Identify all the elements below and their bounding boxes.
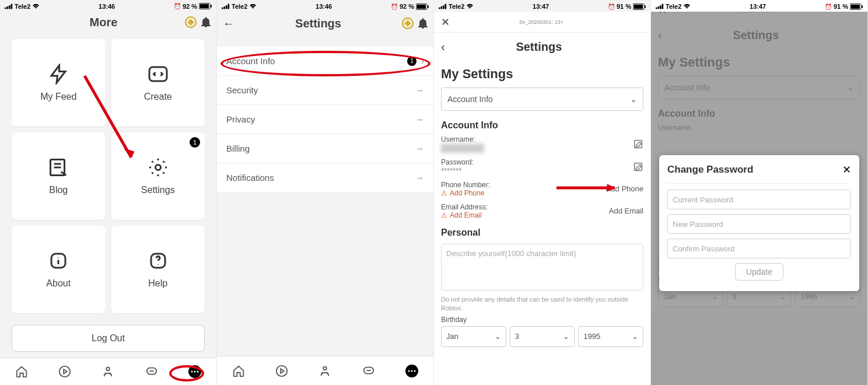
birthday-day[interactable]: 3⌄ <box>510 326 575 347</box>
log-out-button[interactable]: Log Out <box>12 325 205 352</box>
status-bar: Tele2 13:47 ⏰91 % <box>434 0 650 12</box>
chat-icon[interactable] <box>362 365 375 377</box>
row-notifications[interactable]: Notifications→ <box>217 163 433 192</box>
svg-rect-29 <box>228 4 230 9</box>
home-icon[interactable] <box>232 365 245 377</box>
carrier-label: Tele2 <box>232 3 247 10</box>
tile-settings[interactable]: 1 Settings <box>111 132 205 220</box>
row-security[interactable]: Security→ <box>217 76 433 105</box>
bolt-icon <box>48 64 69 85</box>
tab-bar <box>217 356 433 385</box>
birthday-year[interactable]: 1995⌄ <box>578 326 643 347</box>
sub-header: ‹ Settings <box>434 33 650 61</box>
back-button[interactable]: ← <box>223 17 235 30</box>
tile-help[interactable]: Help <box>111 226 205 313</box>
chevron-right-icon: → <box>415 144 424 153</box>
confirm-password-input[interactable]: Confirm Password <box>667 239 851 258</box>
add-email-action[interactable]: Add Email <box>609 206 643 215</box>
back-button[interactable]: ‹ <box>441 40 445 54</box>
field-label: Password: <box>441 158 643 166</box>
home-icon[interactable] <box>15 365 28 378</box>
status-bar: Tele2 13:46 ⏰92 % <box>217 0 433 12</box>
tile-label: Help <box>148 278 167 289</box>
more-tab-icon[interactable] <box>405 365 418 377</box>
svg-rect-53 <box>660 5 662 9</box>
edit-icon[interactable] <box>633 139 643 149</box>
password-value: ******* <box>441 166 643 175</box>
section-heading: Personal <box>434 224 650 242</box>
svg-point-38 <box>411 370 412 372</box>
svg-rect-43 <box>445 4 447 9</box>
bell-icon[interactable] <box>418 18 428 29</box>
chevron-down-icon: ⌄ <box>630 94 637 104</box>
password-field: Password: ******* <box>434 157 650 180</box>
selector-label: Account Info <box>447 94 493 104</box>
new-password-input[interactable]: New Password <box>667 214 851 234</box>
birthday-row: Jan⌄ 3⌄ 1995⌄ <box>434 326 650 352</box>
svg-point-11 <box>155 164 160 170</box>
edit-password-icon[interactable] <box>633 162 643 172</box>
chat-icon[interactable] <box>145 365 158 378</box>
info-icon <box>48 250 69 271</box>
tile-my-feed[interactable]: My Feed <box>12 39 106 127</box>
tile-label: Create <box>144 92 172 102</box>
chevron-right-icon: › <box>421 56 424 66</box>
svg-rect-32 <box>428 5 429 8</box>
play-icon[interactable] <box>58 365 71 378</box>
wifi-icon <box>32 4 40 9</box>
birthday-label: Birthday <box>434 316 650 326</box>
page-title: More <box>22 16 185 29</box>
row-privacy[interactable]: Privacy→ <box>217 105 433 134</box>
status-time: 13:46 <box>316 3 332 10</box>
more-tab-icon[interactable] <box>188 365 201 378</box>
svg-point-18 <box>107 367 110 370</box>
svg-rect-1 <box>7 6 9 9</box>
alarm-icon: ⏰ <box>608 4 615 10</box>
current-password-input[interactable]: Current Password <box>667 190 851 209</box>
svg-point-21 <box>191 370 192 372</box>
close-icon[interactable]: ✕ <box>842 163 851 176</box>
update-button[interactable]: Update <box>735 263 783 281</box>
tile-create[interactable]: Create <box>111 39 205 127</box>
svg-rect-54 <box>662 4 664 9</box>
notification-badge: 1 <box>190 137 200 148</box>
row-account-info[interactable]: Account Info 1 › <box>217 47 433 76</box>
close-icon[interactable]: ✕ <box>441 16 450 29</box>
help-icon <box>148 250 169 271</box>
avatar-icon[interactable] <box>318 365 331 377</box>
avatar-icon[interactable] <box>102 365 114 378</box>
birthday-month[interactable]: Jan⌄ <box>441 326 506 347</box>
carrier-label: Tele2 <box>15 3 30 10</box>
tile-label: Blog <box>49 185 68 195</box>
row-label: Notifications <box>226 173 274 183</box>
section-heading: Account Info <box>434 117 650 134</box>
play-icon[interactable] <box>275 365 288 377</box>
chevron-right-icon: → <box>415 173 424 183</box>
robux-icon[interactable] <box>185 16 197 28</box>
svg-point-23 <box>197 370 198 372</box>
app-header: More <box>0 11 216 33</box>
field-label: Username: <box>441 135 643 144</box>
wifi-icon <box>249 4 257 9</box>
screen-more: Tele2 13:46 ⏰92 % More My Feed Create Bl… <box>0 0 217 385</box>
battery-label: 91 % <box>834 3 848 10</box>
tile-about[interactable]: About <box>12 226 106 313</box>
description-textarea[interactable]: Describe yourself(1000 character limit) <box>441 244 643 290</box>
robux-icon[interactable] <box>402 18 414 29</box>
phone-field: Phone Number: ⚠Add Phone Add Phone <box>434 180 650 202</box>
screen-account-info: Tele2 13:47 ⏰91 % ✕ Sv_20200301: 13+ ‹ S… <box>434 0 651 385</box>
status-bar: Tele2 13:46 ⏰92 % <box>0 0 216 11</box>
add-phone-action[interactable]: Add Phone <box>606 184 643 193</box>
row-billing[interactable]: Billing→ <box>217 134 433 163</box>
battery-icon <box>850 4 863 10</box>
svg-rect-51 <box>656 8 657 9</box>
wifi-icon <box>466 4 474 9</box>
battery-icon <box>199 3 212 9</box>
category-selector[interactable]: Account Info⌄ <box>441 88 643 111</box>
row-label: Billing <box>226 144 250 153</box>
tile-blog[interactable]: Blog <box>12 132 106 220</box>
screen-change-password: Tele2 13:47 ⏰91 % ✕Sv_20200301: 13+ ‹Set… <box>651 0 868 385</box>
modal-subtitle: Sv_20200301: 13+ <box>450 19 633 25</box>
carrier-label: Tele2 <box>449 3 464 10</box>
bell-icon[interactable] <box>201 17 211 27</box>
